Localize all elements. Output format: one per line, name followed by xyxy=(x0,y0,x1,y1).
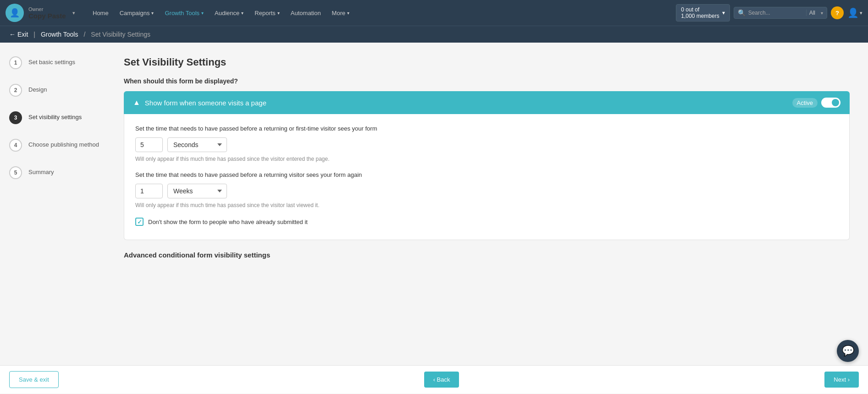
breadcrumb-separator-1: | xyxy=(33,31,35,38)
members-chevron-icon: ▾ xyxy=(722,10,725,16)
step-5-circle: 5 xyxy=(9,166,22,179)
brand-area[interactable]: 👤 Owner Copy Paste ▾ xyxy=(6,4,79,22)
breadcrumb-separator-2: / xyxy=(83,31,85,38)
all-filter-dropdown[interactable]: All xyxy=(806,10,818,16)
chat-icon: 💬 xyxy=(842,345,854,357)
step-4-label: Choose publishing method xyxy=(28,139,99,149)
step-2: 2 Design xyxy=(9,84,101,97)
step-3-circle: 3 xyxy=(9,111,22,124)
brand-logo: 👤 xyxy=(6,4,24,22)
back-button[interactable]: ‹ Back xyxy=(424,372,459,388)
first-time-number-input[interactable] xyxy=(135,137,163,152)
teal-section-header[interactable]: ▲ Show form when someone visits a page A… xyxy=(124,91,850,114)
nav-home-label: Home xyxy=(93,10,109,16)
returning-number-input[interactable] xyxy=(135,184,163,198)
brand-name: Copy Paste xyxy=(28,12,66,20)
first-time-field-row: Seconds Minutes Hours Days Weeks xyxy=(135,137,838,152)
nav-more-label: More xyxy=(332,10,346,16)
page-title: Set Visibility Settings xyxy=(124,56,850,68)
steps-sidebar: 1 Set basic settings 2 Design 3 Set visi… xyxy=(0,43,110,365)
search-icon: 🔍 xyxy=(738,9,746,16)
exit-button[interactable]: ← Exit xyxy=(9,31,28,38)
nav-right-area: 0 out of 1,000 members ▾ 🔍 All ▾ ? 👤 ▾ xyxy=(676,4,862,22)
brand-owner-label: Owner xyxy=(28,6,66,12)
step-5: 5 Summary xyxy=(9,166,101,179)
top-navigation: 👤 Owner Copy Paste ▾ Home Campaigns ▾ Gr… xyxy=(0,0,868,26)
inner-card: Set the time that needs to have passed b… xyxy=(124,114,850,240)
nav-automation-label: Automation xyxy=(291,10,321,16)
chat-fab-button[interactable]: 💬 xyxy=(837,340,859,362)
search-input[interactable] xyxy=(748,10,803,16)
campaigns-chevron-icon: ▾ xyxy=(151,11,154,16)
all-chevron-icon: ▾ xyxy=(821,11,823,16)
nav-growth-tools-label: Growth Tools xyxy=(165,10,199,16)
user-menu-button[interactable]: 👤 ▾ xyxy=(847,7,862,18)
exit-arrow-icon: ← xyxy=(9,31,16,38)
brand-chevron-icon: ▾ xyxy=(72,10,75,16)
step-1: 1 Set basic settings xyxy=(9,56,101,69)
next-button[interactable]: Next › xyxy=(824,372,859,388)
section-question: When should this form be displayed? xyxy=(124,77,850,85)
teal-section-left: ▲ Show form when someone visits a page xyxy=(133,98,266,107)
first-time-label: Set the time that needs to have passed b… xyxy=(135,125,838,132)
nav-item-audience[interactable]: Audience ▾ xyxy=(210,7,248,19)
no-reshow-checkbox-row[interactable]: Don't show the form to people who have a… xyxy=(135,218,838,226)
nav-item-growth-tools[interactable]: Growth Tools ▾ xyxy=(160,7,208,19)
breadcrumb-current-page: Set Visibility Settings xyxy=(91,31,150,38)
main-layout: 1 Set basic settings 2 Design 3 Set visi… xyxy=(0,43,868,365)
step-2-circle: 2 xyxy=(9,84,22,97)
toggle-active-label: Active xyxy=(792,98,818,108)
nav-item-automation[interactable]: Automation xyxy=(286,7,326,19)
step-3-label: Set visibility settings xyxy=(28,111,82,121)
members-dropdown[interactable]: 0 out of 1,000 members ▾ xyxy=(676,4,730,22)
user-icon: 👤 xyxy=(847,7,859,18)
nav-audience-label: Audience xyxy=(215,10,239,16)
nav-reports-label: Reports xyxy=(254,10,276,16)
returning-field-row: Days Weeks Months xyxy=(135,184,838,198)
nav-item-reports[interactable]: Reports ▾ xyxy=(250,7,284,19)
reports-chevron-icon: ▾ xyxy=(277,11,280,16)
save-exit-button[interactable]: Save & exit xyxy=(9,371,59,388)
first-time-unit-select[interactable]: Seconds Minutes Hours Days Weeks xyxy=(167,137,227,152)
nav-item-campaigns[interactable]: Campaigns ▾ xyxy=(115,7,159,19)
step-4: 4 Choose publishing method xyxy=(9,139,101,152)
returning-label: Set the time that needs to have passed b… xyxy=(135,171,838,178)
step-1-label: Set basic settings xyxy=(28,56,75,66)
teal-section-title: Show form when someone visits a page xyxy=(145,99,266,107)
nav-campaigns-label: Campaigns xyxy=(120,10,150,16)
toggle-container: Active xyxy=(792,98,840,108)
help-button[interactable]: ? xyxy=(831,6,844,19)
audience-chevron-icon: ▾ xyxy=(241,11,243,16)
members-count: 0 out of 1,000 members xyxy=(681,6,719,19)
step-1-circle: 1 xyxy=(9,56,22,69)
advanced-section-title: Advanced conditional form visibility set… xyxy=(124,251,850,259)
step-2-label: Design xyxy=(28,84,47,94)
no-reshow-checkbox[interactable] xyxy=(135,218,144,226)
breadcrumb-bar: ← Exit | Growth Tools / Set Visibility S… xyxy=(0,26,868,43)
first-time-hint: Will only appear if this much time has p… xyxy=(135,156,838,162)
user-chevron-icon: ▾ xyxy=(860,10,862,16)
brand-text: Owner Copy Paste xyxy=(28,6,66,20)
no-reshow-label: Don't show the form to people who have a… xyxy=(148,219,308,225)
exit-label: Exit xyxy=(17,31,28,38)
search-box[interactable]: 🔍 All ▾ xyxy=(734,7,827,19)
more-chevron-icon: ▾ xyxy=(347,11,349,16)
step-4-circle: 4 xyxy=(9,139,22,152)
section-collapse-icon[interactable]: ▲ xyxy=(133,98,140,107)
returning-hint: Will only appear if this much time has p… xyxy=(135,202,838,208)
bottom-bar: Save & exit ‹ Back Next › xyxy=(0,365,868,394)
nav-item-more[interactable]: More ▾ xyxy=(327,7,354,19)
step-5-label: Summary xyxy=(28,166,54,176)
nav-item-home[interactable]: Home xyxy=(88,7,113,19)
main-content: Set Visibility Settings When should this… xyxy=(110,43,868,365)
step-3: 3 Set visibility settings xyxy=(9,111,101,124)
growth-tools-chevron-icon: ▾ xyxy=(201,11,204,16)
active-toggle[interactable] xyxy=(821,98,840,108)
returning-unit-select[interactable]: Days Weeks Months xyxy=(167,184,227,198)
breadcrumb-growth-tools[interactable]: Growth Tools xyxy=(41,31,78,38)
